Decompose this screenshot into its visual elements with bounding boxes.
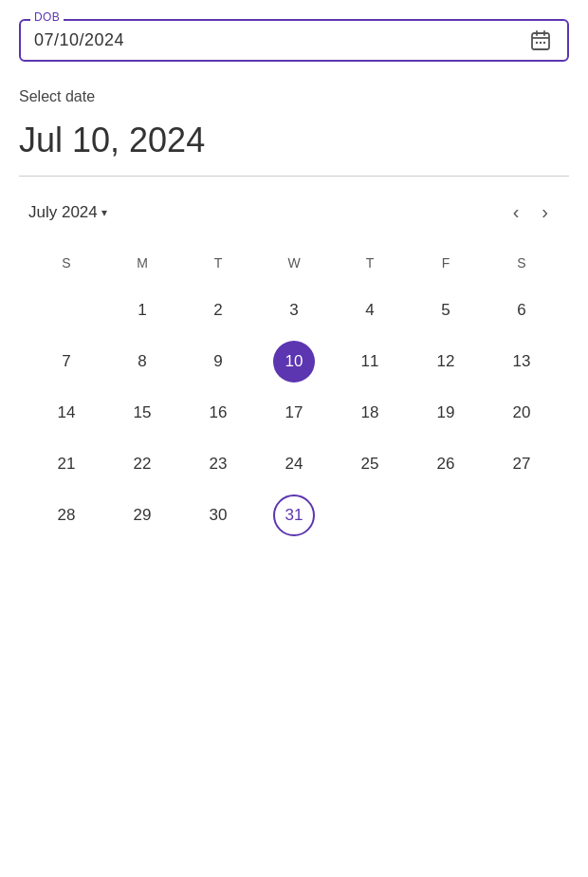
page-container: DOB 07/10/2024 Select date Jul 10, 2024 … — [0, 0, 588, 578]
next-arrow-icon: › — [542, 201, 548, 223]
calendar-day[interactable]: 9 — [180, 337, 256, 386]
svg-point-4 — [536, 41, 538, 43]
calendar-day[interactable]: 20 — [484, 388, 560, 438]
calendar-day[interactable]: 21 — [28, 439, 104, 489]
month-year-label: July 2024 — [28, 203, 98, 222]
calendar-icon — [529, 29, 552, 52]
calendar-day — [484, 491, 560, 540]
calendar-day[interactable]: 31 — [256, 491, 332, 540]
calendar-day[interactable]: 1 — [104, 286, 180, 335]
select-date-label: Select date — [19, 88, 569, 105]
calendar-day[interactable]: 13 — [484, 337, 560, 386]
calendar-day[interactable]: 17 — [256, 388, 332, 438]
dropdown-arrow-icon: ▾ — [101, 206, 107, 219]
calendar-day — [408, 491, 484, 540]
calendar-day[interactable]: 23 — [180, 439, 256, 489]
selected-date-display: Jul 10, 2024 — [19, 121, 569, 160]
calendar-week: 28293031 — [28, 491, 560, 540]
calendar-day — [28, 286, 104, 335]
calendar-day[interactable]: 19 — [408, 388, 484, 438]
calendar-grid: SMTWTFS 12345678910111213141516171819202… — [19, 248, 569, 540]
dob-label: DOB — [30, 10, 64, 24]
day-headers: SMTWTFS — [28, 248, 560, 278]
calendar-day[interactable]: 25 — [332, 439, 408, 489]
calendar-day[interactable]: 29 — [104, 491, 180, 540]
calendar-week: 14151617181920 — [28, 388, 560, 438]
svg-point-6 — [543, 41, 545, 43]
calendar-day[interactable]: 11 — [332, 337, 408, 386]
day-header: S — [484, 248, 560, 278]
calendar-toggle-button[interactable] — [525, 26, 556, 56]
day-header: W — [256, 248, 332, 278]
prev-arrow-icon: ‹ — [513, 201, 520, 223]
next-month-button[interactable]: › — [530, 196, 560, 229]
calendar-day[interactable]: 15 — [104, 388, 180, 438]
calendar-day[interactable]: 16 — [180, 388, 256, 438]
divider — [19, 176, 569, 177]
calendar-day[interactable]: 26 — [408, 439, 484, 489]
day-header: M — [104, 248, 180, 278]
calendar-day[interactable]: 8 — [104, 337, 180, 386]
month-year-button[interactable]: July 2024 ▾ — [28, 203, 107, 222]
day-header: T — [332, 248, 408, 278]
calendar-day[interactable]: 18 — [332, 388, 408, 438]
prev-month-button[interactable]: ‹ — [502, 196, 531, 229]
month-nav: July 2024 ▾ ‹ › — [19, 196, 569, 229]
calendar-day[interactable]: 4 — [332, 286, 408, 335]
calendar-day[interactable]: 24 — [256, 439, 332, 489]
day-header: F — [408, 248, 484, 278]
calendar-weeks: 1234567891011121314151617181920212223242… — [28, 286, 560, 540]
calendar-day[interactable]: 6 — [484, 286, 560, 335]
calendar-day[interactable]: 27 — [484, 439, 560, 489]
calendar-week: 123456 — [28, 286, 560, 335]
calendar-day[interactable]: 2 — [180, 286, 256, 335]
calendar-week: 78910111213 — [28, 337, 560, 386]
svg-rect-0 — [532, 33, 549, 49]
dob-field-wrapper: DOB 07/10/2024 — [19, 19, 569, 62]
calendar-week: 21222324252627 — [28, 439, 560, 489]
calendar-day[interactable]: 7 — [28, 337, 104, 386]
calendar-day[interactable]: 5 — [408, 286, 484, 335]
svg-point-5 — [540, 41, 542, 43]
calendar-day[interactable]: 3 — [256, 286, 332, 335]
day-header: T — [180, 248, 256, 278]
calendar-day[interactable]: 22 — [104, 439, 180, 489]
calendar-day[interactable]: 30 — [180, 491, 256, 540]
calendar-day[interactable]: 10 — [256, 337, 332, 386]
day-header: S — [28, 248, 104, 278]
calendar-day — [332, 491, 408, 540]
calendar-day[interactable]: 12 — [408, 337, 484, 386]
dob-input-value: 07/10/2024 — [34, 30, 124, 49]
calendar-day[interactable]: 14 — [28, 388, 104, 438]
calendar-day[interactable]: 28 — [28, 491, 104, 540]
